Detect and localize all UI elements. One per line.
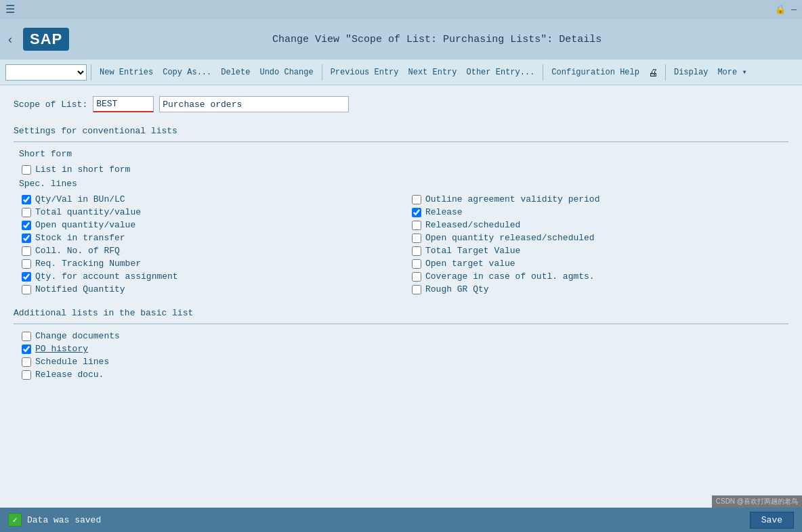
checkbox-outline-agreement[interactable] — [412, 195, 421, 204]
list-item-coll-rfq: Coll. No. of RFQ — [22, 246, 398, 256]
list-item-schedule-lines: Schedule lines — [22, 357, 788, 367]
list-item-rough-gr: Rough GR Qty — [412, 284, 788, 294]
scope-of-list-row: Scope of List: — [14, 96, 788, 112]
list-item-req-tracking: Req. Tracking Number — [22, 259, 398, 269]
minimize-icon[interactable]: — — [791, 5, 797, 15]
checkbox-notified-qty[interactable] — [22, 285, 31, 294]
checkbox-schedule-lines[interactable] — [22, 357, 31, 367]
checkbox-req-tracking[interactable] — [22, 259, 31, 269]
checkbox-open-target[interactable] — [412, 259, 421, 269]
label-short-form: List in short form — [35, 164, 130, 175]
additional-lists-checkboxes: Change documents PO history Schedule lin… — [22, 331, 788, 380]
scope-code-input[interactable] — [93, 96, 154, 112]
delete-button[interactable]: Delete — [217, 66, 254, 79]
checkbox-release[interactable] — [412, 208, 421, 217]
checkbox-po-history[interactable] — [22, 345, 31, 354]
sap-logo: SAP — [23, 28, 69, 51]
label-notified-qty: Notified Quantity — [35, 284, 125, 294]
label-change-docs: Change documents — [35, 331, 120, 341]
checkbox-coll-rfq[interactable] — [22, 246, 31, 256]
checkbox-rough-gr[interactable] — [412, 285, 421, 294]
label-req-tracking: Req. Tracking Number — [35, 259, 141, 269]
toolbar-separator-2 — [322, 64, 322, 81]
checkbox-stock-transfer[interactable] — [22, 234, 31, 243]
label-release: Release — [425, 207, 463, 217]
label-open-qty-released: Open quantity released/scheduled — [425, 233, 595, 243]
configuration-help-button[interactable]: Configuration Help — [547, 66, 643, 79]
checkbox-total-target[interactable] — [412, 246, 421, 256]
print-icon-button[interactable]: 🖨 — [645, 66, 661, 79]
top-bar: ☰ 🔒 — — [0, 0, 802, 19]
label-release-docu: Release docu. — [35, 370, 104, 380]
list-item-change-docs: Change documents — [22, 331, 788, 341]
list-item-stock-transfer: Stock in transfer — [22, 233, 398, 243]
checkbox-total-qty[interactable] — [22, 208, 31, 217]
label-po-history: PO history — [35, 344, 88, 354]
label-qty-val: Qty/Val in BUn/LC — [35, 194, 125, 204]
label-open-qty: Open quantity/value — [35, 220, 135, 230]
list-item-po-history: PO history — [22, 344, 788, 354]
hamburger-icon[interactable]: ☰ — [5, 3, 15, 16]
conventional-lists-header: Settings for conventional lists — [14, 126, 788, 136]
short-form-checkboxes: List in short form — [22, 164, 788, 175]
toolbar-separator-3 — [543, 64, 543, 81]
list-item-total-qty: Total quantity/value — [22, 207, 398, 217]
header: ‹ SAP Change View "Scope of List: Purcha… — [0, 19, 802, 60]
toolbar-separator-4 — [665, 64, 666, 81]
toolbar: New Entries Copy As... Delete Undo Chang… — [0, 60, 802, 85]
list-item-open-qty-released: Open quantity released/scheduled — [412, 233, 788, 243]
other-entry-button[interactable]: Other Entry... — [463, 66, 539, 79]
label-total-target: Total Target Value — [425, 246, 520, 256]
display-button[interactable]: Display — [670, 66, 712, 79]
label-released-scheduled: Released/scheduled — [425, 220, 520, 230]
content-area: Scope of List: Settings for conventional… — [0, 85, 802, 508]
list-item-open-target: Open target value — [412, 259, 788, 269]
label-outline-agreement: Outline agreement validity period — [425, 194, 599, 204]
section-divider-1 — [14, 141, 788, 142]
next-entry-button[interactable]: Next Entry — [404, 66, 461, 79]
undo-change-button[interactable]: Undo Change — [255, 66, 317, 79]
label-coverage: Coverage in case of outl. agmts. — [425, 271, 595, 282]
toolbar-dropdown[interactable] — [5, 64, 87, 81]
list-item-short-form: List in short form — [22, 164, 788, 175]
list-item-release-docu: Release docu. — [22, 370, 788, 380]
spec-lines-grid: Qty/Val in BUn/LC Outline agreement vali… — [22, 194, 788, 294]
list-item-open-qty: Open quantity/value — [22, 220, 398, 230]
list-item-qty-account: Qty. for account assignment — [22, 271, 398, 282]
list-item-notified-qty: Notified Quantity — [22, 284, 398, 294]
checkbox-open-qty[interactable] — [22, 221, 31, 230]
list-item-outline-agreement: Outline agreement validity period — [412, 194, 788, 204]
checkbox-qty-account[interactable] — [22, 272, 31, 282]
section-divider-2 — [14, 324, 788, 324]
list-item-released-scheduled: Released/scheduled — [412, 220, 788, 230]
toolbar-separator — [91, 64, 91, 81]
lock-icon: 🔒 — [775, 4, 786, 15]
new-entries-button[interactable]: New Entries — [96, 66, 157, 79]
short-form-title: Short form — [19, 149, 788, 159]
copy-as-button[interactable]: Copy As... — [159, 66, 215, 79]
list-item-coverage: Coverage in case of outl. agmts. — [412, 271, 788, 282]
checkbox-coverage[interactable] — [412, 272, 421, 282]
checkbox-change-docs[interactable] — [22, 332, 31, 341]
page-title: Change View "Scope of List: Purchasing L… — [80, 34, 794, 45]
spec-lines-title: Spec. lines — [19, 179, 788, 189]
scope-label: Scope of List: — [14, 99, 87, 110]
label-rough-gr: Rough GR Qty — [425, 284, 489, 294]
label-schedule-lines: Schedule lines — [35, 357, 109, 367]
checkbox-open-qty-released[interactable] — [412, 234, 421, 243]
list-item-total-target: Total Target Value — [412, 246, 788, 256]
previous-entry-button[interactable]: Previous Entry — [326, 66, 403, 79]
list-item-release: Release — [412, 207, 788, 217]
more-button[interactable]: More ▾ — [713, 65, 751, 79]
checkbox-release-docu[interactable] — [22, 370, 31, 380]
label-qty-account: Qty. for account assignment — [35, 271, 178, 282]
additional-lists-header: Additional lists in the basic list — [14, 308, 788, 318]
label-coll-rfq: Coll. No. of RFQ — [35, 246, 120, 256]
checkbox-released-scheduled[interactable] — [412, 221, 421, 230]
scope-name-input[interactable] — [159, 96, 349, 112]
checkbox-qty-val[interactable] — [22, 195, 31, 204]
watermark: CSDN @喜欢打两趟的老鸟 — [712, 495, 802, 508]
back-button[interactable]: ‹ — [8, 32, 12, 47]
checkbox-short-form[interactable] — [22, 165, 31, 175]
label-total-qty: Total quantity/value — [35, 207, 141, 217]
